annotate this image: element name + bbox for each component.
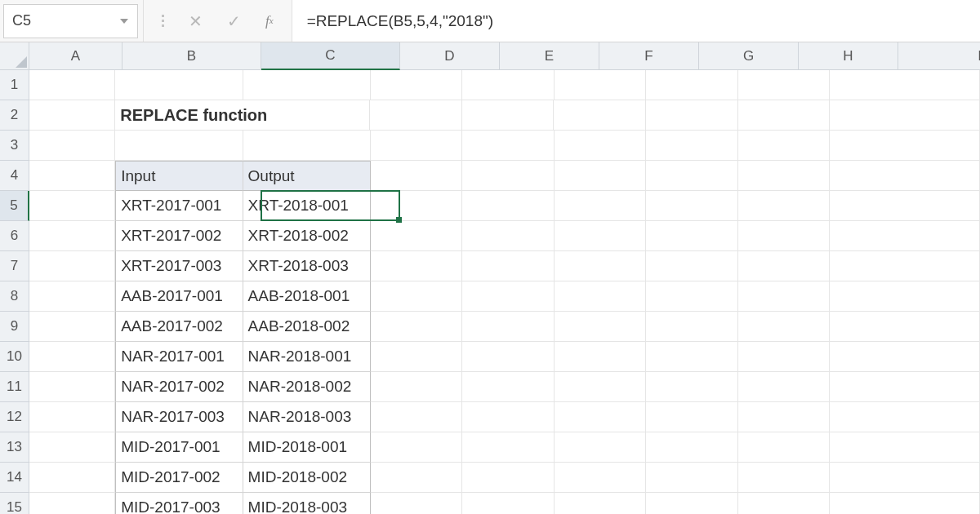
cell[interactable] [555,342,646,372]
cell[interactable] [29,372,115,402]
column-header-B[interactable]: B [122,42,261,70]
row-header-14[interactable]: 14 [0,463,29,493]
cell[interactable] [371,191,462,221]
cell[interactable] [646,70,738,100]
table-cell-input[interactable]: XRT-2017-001 [115,191,243,221]
cell[interactable] [830,100,980,131]
cell[interactable] [555,251,646,281]
cell[interactable] [29,342,115,372]
cell[interactable] [738,100,831,131]
cell[interactable] [830,221,980,251]
column-header-C[interactable]: C [261,42,400,70]
cell[interactable] [29,312,115,342]
cell[interactable] [646,463,737,493]
cell[interactable] [29,463,115,493]
cell[interactable] [830,432,980,463]
cell[interactable] [830,191,980,221]
insert-function-icon[interactable]: fx [265,14,274,28]
row-header-12[interactable]: 12 [0,402,29,432]
cell[interactable] [462,463,554,493]
row-header-6[interactable]: 6 [0,221,29,251]
column-header-E[interactable]: E [500,42,599,70]
cell[interactable] [646,281,737,312]
cell[interactable] [462,70,555,100]
row-header-13[interactable]: 13 [0,432,29,463]
cell[interactable] [243,70,371,100]
worksheet-grid[interactable]: REPLACE functionInputOutputXRT-2017-001X… [29,70,980,514]
row-header-10[interactable]: 10 [0,342,29,372]
table-cell-input[interactable]: NAR-2017-002 [115,372,243,402]
cell[interactable] [371,251,462,281]
cell[interactable] [371,70,463,100]
cell[interactable] [555,432,646,463]
table-cell-input[interactable]: MID-2017-002 [115,463,243,493]
cell[interactable] [738,493,830,514]
cell[interactable] [738,191,830,221]
cell[interactable] [462,342,554,372]
cell[interactable] [29,70,115,100]
table-cell-output[interactable]: MID-2018-002 [243,463,371,493]
cell[interactable] [371,463,462,493]
formula-more-icon[interactable] [162,15,164,27]
cell[interactable] [371,402,462,432]
cell[interactable] [830,342,980,372]
cell[interactable] [830,402,980,432]
cell[interactable] [555,402,646,432]
cell[interactable] [29,281,115,312]
cell[interactable] [830,493,980,514]
table-cell-input[interactable]: AAB-2017-001 [115,281,243,312]
cell[interactable] [555,312,646,342]
cell[interactable] [555,191,646,221]
cell[interactable] [371,372,462,402]
cell[interactable] [462,221,554,251]
cell[interactable] [29,100,115,131]
cell[interactable] [555,161,646,191]
column-header-I[interactable]: I [898,42,980,70]
column-header-H[interactable]: H [799,42,898,70]
table-cell-output[interactable]: MID-2018-003 [243,493,371,514]
cell[interactable] [646,131,738,161]
cell[interactable] [462,493,554,514]
cell[interactable] [29,221,115,251]
cell[interactable] [115,70,243,100]
cell[interactable] [29,432,115,463]
table-cell-input[interactable]: AAB-2017-002 [115,312,243,342]
row-header-8[interactable]: 8 [0,281,29,312]
cell[interactable] [646,161,737,191]
cell[interactable] [371,161,462,191]
table-cell-output[interactable]: AAB-2018-002 [243,312,371,342]
cell[interactable] [738,432,830,463]
row-header-15[interactable]: 15 [0,493,29,514]
cell[interactable] [830,161,980,191]
row-header-9[interactable]: 9 [0,312,29,342]
table-cell-output[interactable]: NAR-2018-001 [243,342,371,372]
cell[interactable] [462,100,555,131]
formula-input[interactable]: =REPLACE(B5,5,4,"2018") [292,0,980,42]
row-header-5[interactable]: 5 [0,191,29,221]
table-cell-input[interactable]: MID-2017-001 [115,432,243,463]
cell[interactable] [29,493,115,514]
cell[interactable] [29,161,115,191]
cell[interactable] [738,251,830,281]
cell[interactable] [462,281,554,312]
cell[interactable] [555,372,646,402]
table-cell-output[interactable]: AAB-2018-001 [243,281,371,312]
cell[interactable] [555,463,646,493]
cell[interactable] [646,221,737,251]
cell[interactable] [555,493,646,514]
row-header-2[interactable]: 2 [0,100,29,131]
table-cell-input[interactable]: NAR-2017-001 [115,342,243,372]
cell[interactable] [29,251,115,281]
cell[interactable] [371,432,462,463]
cell[interactable] [738,281,830,312]
cell[interactable] [371,493,462,514]
table-cell-output[interactable]: NAR-2018-003 [243,402,371,432]
table-cell-input[interactable]: NAR-2017-003 [115,402,243,432]
row-header-11[interactable]: 11 [0,372,29,402]
cell[interactable] [462,161,554,191]
cell[interactable] [830,312,980,342]
cell[interactable] [646,432,737,463]
cell[interactable] [646,402,737,432]
cell[interactable] [554,100,646,131]
cell[interactable] [738,221,830,251]
